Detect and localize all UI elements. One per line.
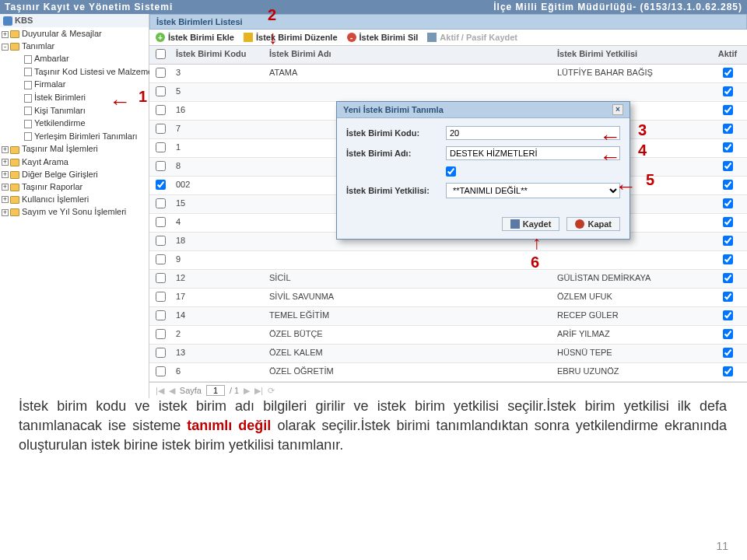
row-checkbox[interactable]	[156, 86, 166, 96]
expander-icon[interactable]: -	[2, 44, 9, 51]
select-all-checkbox[interactable]	[156, 49, 166, 59]
tree-item[interactable]: +Taşınır Mal İşlemleri	[0, 142, 149, 155]
tree-item[interactable]: -Tanımlar	[0, 40, 149, 52]
table-row[interactable]: 13ÖZEL KALEMHÜSNÜ TEPE	[149, 345, 747, 363]
close-icon[interactable]: ×	[612, 104, 623, 115]
aktif-checkbox[interactable]	[723, 142, 733, 152]
expander-icon[interactable]: +	[2, 31, 9, 38]
tree-item[interactable]: İstek Birimleri	[0, 91, 149, 104]
row-checkbox[interactable]	[156, 217, 166, 227]
row-checkbox[interactable]	[156, 161, 166, 171]
tree-item[interactable]: Yerleşim Birimleri Tanımları	[0, 130, 149, 143]
aktif-checkbox[interactable]	[723, 217, 733, 227]
aktif-checkbox[interactable]	[446, 166, 456, 177]
row-checkbox[interactable]	[156, 254, 166, 264]
table-row[interactable]: 17SİVİL SAVUNMAÖZLEM UFUK	[149, 289, 747, 307]
expander-icon[interactable]: +	[2, 184, 9, 191]
next-page-button[interactable]: ▶	[244, 386, 250, 396]
close-button[interactable]: Kapat	[566, 217, 620, 231]
tree-item[interactable]: +Duyurular & Mesajlar	[0, 27, 149, 40]
tree-item[interactable]: +Sayım ve Yıl Sonu İşlemleri	[0, 205, 149, 218]
aktif-checkbox[interactable]	[723, 273, 733, 283]
row-checkbox[interactable]	[156, 124, 166, 134]
tree-item[interactable]: Yetkilendirme	[0, 117, 149, 130]
aktif-checkbox[interactable]	[723, 292, 733, 302]
row-checkbox[interactable]	[156, 105, 166, 115]
tree-item[interactable]: Firmalar	[0, 78, 149, 91]
cell-kod: 16	[171, 102, 265, 120]
expander-icon[interactable]: +	[2, 196, 9, 203]
tree-label: İstek Birimleri	[34, 93, 86, 102]
first-page-button[interactable]: |◀	[156, 386, 164, 396]
save-button[interactable]: Kaydet	[502, 217, 560, 231]
tree-item[interactable]: +Kayıt Arama	[0, 156, 149, 168]
table-row[interactable]: 6ÖZEL ÖĞRETİMEBRU UZUNÖZ	[149, 363, 747, 382]
tree-item[interactable]: +Diğer Belge Girişleri	[0, 168, 149, 180]
kod-input[interactable]	[446, 126, 620, 140]
row-checkbox[interactable]	[156, 292, 166, 302]
cell-kod: 3	[171, 65, 265, 82]
activepassive-save-button[interactable]: Aktif / Pasif Kaydet	[427, 33, 517, 42]
last-page-button[interactable]: ▶|	[254, 386, 263, 396]
cell-kod: 18	[171, 233, 265, 250]
delete-button[interactable]: -İstek Birimi Sil	[347, 33, 419, 42]
doc-icon	[24, 107, 32, 115]
cell-kod: 9	[171, 251, 265, 269]
aktif-checkbox[interactable]	[723, 105, 733, 115]
expander-icon[interactable]: +	[2, 146, 9, 153]
row-checkbox[interactable]	[156, 310, 166, 320]
cell-adi: ÖZEL ÖĞRETİM	[265, 363, 552, 381]
tree-item[interactable]: +Kullanıcı İşlemleri	[0, 193, 149, 205]
row-checkbox[interactable]	[156, 198, 166, 208]
expander-icon[interactable]: +	[2, 209, 9, 216]
cell-yet: GÜLİSTAN DEMİRKAYA	[552, 270, 708, 288]
aktif-checkbox[interactable]	[723, 329, 733, 339]
add-button[interactable]: +İstek Birimi Ekle	[156, 33, 234, 42]
yetkili-select[interactable]: **TANIMLI DEĞİL**	[446, 183, 620, 198]
tree-root-kbs[interactable]: KBS	[0, 14, 149, 27]
panel-title: İstek Birimleri Listesi	[149, 14, 747, 30]
row-checkbox[interactable]	[156, 329, 166, 339]
aktif-checkbox[interactable]	[723, 310, 733, 320]
page-input[interactable]	[206, 385, 225, 396]
row-checkbox[interactable]	[156, 180, 166, 190]
table-row[interactable]: 9	[149, 251, 747, 270]
row-checkbox[interactable]	[156, 236, 166, 246]
aktif-checkbox[interactable]	[723, 86, 733, 96]
table-row[interactable]: 12SİCİLGÜLİSTAN DEMİRKAYA	[149, 270, 747, 289]
table-row[interactable]: 14TEMEL EĞİTİMRECEP GÜLER	[149, 307, 747, 326]
yetkili-label: İstek Birimi Yetkilisi:	[346, 186, 440, 195]
aktif-checkbox[interactable]	[723, 161, 733, 171]
aktif-checkbox[interactable]	[723, 348, 733, 358]
adi-input[interactable]	[446, 146, 620, 160]
aktif-checkbox[interactable]	[723, 254, 733, 264]
aktif-checkbox[interactable]	[723, 366, 733, 376]
tree-item[interactable]: Taşınır Kod Listesi ve Malzemeler	[0, 65, 149, 79]
tree-label: Firmalar	[34, 79, 65, 89]
row-checkbox[interactable]	[156, 68, 166, 78]
row-checkbox[interactable]	[156, 348, 166, 358]
table-row[interactable]: 5	[149, 83, 747, 102]
sidebar-tree: KBS +Duyurular & Mesajlar-TanımlarAmbarl…	[0, 14, 149, 398]
pager: |◀ ◀ Sayfa / 1 ▶ ▶| ⟳	[149, 382, 747, 398]
prev-page-button[interactable]: ◀	[169, 386, 175, 396]
expander-icon[interactable]: +	[2, 159, 9, 166]
edit-button[interactable]: İstek Birimi Düzenle	[244, 33, 338, 42]
aktif-checkbox[interactable]	[723, 180, 733, 190]
refresh-button[interactable]: ⟳	[268, 386, 275, 396]
tree-item[interactable]: Ambarlar	[0, 52, 149, 65]
row-checkbox[interactable]	[156, 142, 166, 152]
pager-label: Sayfa	[180, 386, 202, 395]
row-checkbox[interactable]	[156, 366, 166, 376]
tree-item[interactable]: +Taşınır Raporlar	[0, 180, 149, 193]
cell-yet: ÖZLEM UFUK	[552, 289, 708, 306]
table-row[interactable]: 2ÖZEL BÜTÇEARİF YILMAZ	[149, 326, 747, 345]
table-row[interactable]: 3ATAMALÜTFİYE BAHAR BAĞIŞ	[149, 65, 747, 83]
aktif-checkbox[interactable]	[723, 68, 733, 78]
row-checkbox[interactable]	[156, 273, 166, 283]
aktif-checkbox[interactable]	[723, 236, 733, 246]
aktif-checkbox[interactable]	[723, 124, 733, 134]
tree-item[interactable]: Kişi Tanımları	[0, 104, 149, 117]
expander-icon[interactable]: +	[2, 171, 9, 178]
aktif-checkbox[interactable]	[723, 198, 733, 208]
